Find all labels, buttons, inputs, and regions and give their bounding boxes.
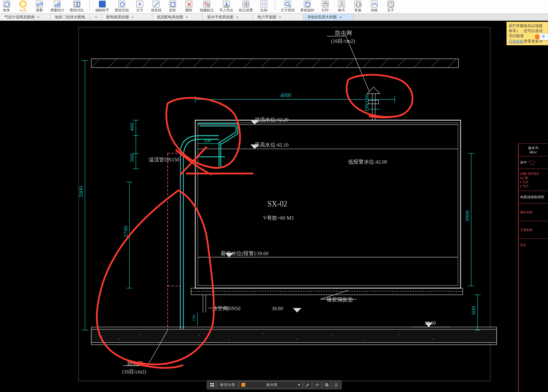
tool-label: 测量统计 [50,8,64,13]
tool-print[interactable]: 打印 [320,1,330,13]
close-icon[interactable]: × [37,15,39,20]
tool-account[interactable]: 账号 [336,1,347,13]
close-icon[interactable]: × [186,15,188,20]
dim-3000: 3000 [464,210,470,222]
tool-style[interactable]: 风格 [369,1,380,13]
tb-project: 项目名称 [519,203,548,221]
tool-label: 文字查找 [281,8,295,13]
annotation-floatbar[interactable]: 标注分类 未分类 ▾ [206,380,342,389]
tool-shape[interactable]: 形状 [167,1,178,13]
cad-workspace[interactable]: 若打开图纸后出现显 烁等），您可以尝试 无问题请 点击此处查看更多详 中 [0,21,548,392]
tool-label: 恢复 [3,8,10,13]
tool-annot-settings[interactable]: 标注设置 [239,1,253,13]
tb-owner: 业主 [519,238,548,251]
svg-point-75 [398,334,399,335]
tab-label: 竖向干线系统图 [207,14,234,20]
print-icon [322,1,329,8]
tool-text[interactable]: A 文字 [134,1,145,13]
tool-import-export[interactable]: 导入导出 [219,1,233,13]
svg-rect-2 [57,3,58,7]
svg-point-70 [229,339,230,340]
tool-rotate[interactable]: 屏幕旋转 [300,1,314,13]
close-icon[interactable]: × [339,15,342,20]
tool-line[interactable]: 画直线 [151,1,161,13]
tool-vip[interactable]: 会员 [18,1,28,13]
layers-button[interactable] [332,381,340,388]
svg-line-43 [397,59,405,68]
svg-rect-117 [212,383,214,384]
measure-stats-icon [54,1,61,8]
tool-delete[interactable]: 删除 [184,1,194,13]
dim-4000: 4000 [280,92,291,98]
svg-rect-10 [224,6,229,7]
edit-button[interactable] [304,381,312,388]
tab-riser[interactable]: 竖向干线系统图 × [203,14,253,20]
copy-button[interactable] [323,381,330,388]
svg-point-11 [245,3,247,5]
tool-measure[interactable]: 测量 [34,1,45,13]
svg-rect-20 [359,4,360,6]
close-icon[interactable]: × [132,15,134,20]
move-button[interactable] [314,381,321,388]
svg-line-38 [312,59,320,68]
svg-rect-64 [91,329,497,343]
tool-edit-assist[interactable]: 编辑助手 [95,1,109,13]
note-link[interactable]: 点击此处 [509,39,524,43]
vip-icon [20,1,26,8]
edit-icon [99,1,106,8]
ime-indicator[interactable]: 中 [539,33,548,40]
tool-scale[interactable]: 1:1 比例 [258,1,269,13]
svg-line-37 [295,59,303,68]
tool-measure-stats[interactable]: 测量统计 [50,1,64,13]
svg-rect-48 [198,123,458,286]
tab-power-plan[interactable]: 电力平面图 × [253,14,303,20]
rotate-icon [304,1,311,8]
svg-line-26 [108,59,117,68]
svg-line-42 [380,59,388,68]
close-icon[interactable]: × [236,15,238,20]
tab-design-notes[interactable]: 气设计说明及图例 × [0,14,50,20]
tool-label: 图纸对比 [70,8,84,13]
tool-support[interactable]: 客服 [353,1,363,13]
tab-lv-power[interactable]: 低压配电系统图 × [152,14,203,20]
close-icon[interactable]: × [279,15,281,20]
tool-label: 客服 [354,8,361,13]
svg-rect-16 [324,2,326,4]
tool-restore[interactable]: 恢复 [1,1,12,13]
tool-hide-annot[interactable]: 隐藏标注 [200,1,214,13]
tool-about[interactable]: ? 关于 [385,1,396,13]
io-icon [223,1,230,8]
dim-500: 500 [129,154,135,162]
tab-label: 电力平面图 [257,14,276,20]
dim-2700: 2700 [122,226,129,238]
grid-icon[interactable] [208,381,216,388]
svg-line-28 [142,59,151,68]
close-icon[interactable]: × [95,15,97,20]
color-swatch-icon [241,383,245,387]
scale-icon: 1:1 [260,1,267,8]
label-low-alarm: 低报警水位:42.00 [348,159,387,165]
svg-point-77 [466,336,467,337]
tab-power-box[interactable]: 配电箱系统图 × [102,14,152,20]
tank-volume: V有效=60 M3 [263,215,294,221]
delete-icon [185,1,192,8]
annot-category-dropdown[interactable]: 未分类 ▾ [239,381,302,388]
svg-marker-60 [293,308,302,312]
tool-find-text[interactable]: 文字查找 [281,1,295,13]
tab-pumproom[interactable]: B地块泵房大样图 × [303,14,354,20]
about-icon: ? [387,1,394,8]
drawing-canvas[interactable]: 防虫网 (16目/cm2) 4000 DN150 5000 400 500 50… [0,21,548,392]
svg-rect-5 [77,2,80,7]
tool-shape-rec[interactable]: 图形识别 [115,1,129,13]
svg-rect-1 [55,4,56,7]
elev-3860: 38.60 [425,320,436,326]
svg-line-44 [414,59,422,68]
svg-marker-80 [367,87,380,94]
svg-point-6 [120,3,124,7]
tool-label: 形状 [169,8,176,13]
tool-compare[interactable]: 图纸对比 [70,1,84,13]
tool-label: 文字 [136,8,143,13]
tab-label: 地块二给排水图例、… [55,14,93,20]
dropdown-value: 未分类 [266,382,277,388]
tab-drainage[interactable]: 地块二给排水图例、… × [50,14,102,20]
